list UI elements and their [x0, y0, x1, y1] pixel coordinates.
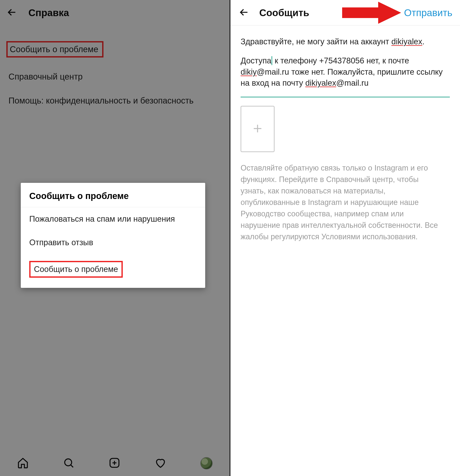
report-body: Здравствуйте, не могу зайти на аккаунт d… [230, 26, 460, 242]
message-line-1: Здравствуйте, не могу зайти на аккаунт d… [241, 36, 450, 47]
send-button[interactable]: Отправить [404, 7, 452, 18]
message-textarea[interactable]: Здравствуйте, не могу зайти на аккаунт d… [241, 36, 450, 89]
feedback-hint-text: Оставляйте обратную связь только о Insta… [241, 162, 440, 242]
text-cursor [272, 56, 272, 65]
right-header: Сообщить Отправить [230, 0, 460, 26]
back-arrow-icon[interactable] [238, 6, 250, 19]
dialog-option-spam[interactable]: Пожаловаться на спам или нарушения [21, 207, 205, 231]
dialog-option-report-problem[interactable]: Сообщить о проблеме [21, 255, 205, 284]
page-title: Сообщить [259, 7, 309, 18]
callout-arrow-icon [342, 0, 401, 26]
plus-icon [252, 123, 263, 135]
dialog-title: Сообщить о проблеме [21, 189, 205, 207]
svg-marker-2 [342, 2, 401, 24]
spellcheck-underline: dikiyalex [305, 78, 336, 87]
message-line-2: Доступа к телефону +754378056 нет, к поч… [241, 55, 450, 88]
spellcheck-underline: dikiyalex [391, 37, 422, 46]
spellcheck-underline: dikiy [241, 68, 257, 76]
report-problem-dialog: Сообщить о проблеме Пожаловаться на спам… [21, 183, 205, 288]
add-attachment-button[interactable] [241, 106, 275, 152]
input-underline [241, 97, 450, 97]
report-form-screen: Сообщить Отправить Здравствуйте, не могу… [230, 0, 460, 476]
help-screen: Справка Сообщить о проблеме Справочный ц… [0, 0, 230, 476]
dialog-option-feedback[interactable]: Отправить отзыв [21, 231, 205, 254]
highlight-box: Сообщить о проблеме [29, 261, 123, 278]
